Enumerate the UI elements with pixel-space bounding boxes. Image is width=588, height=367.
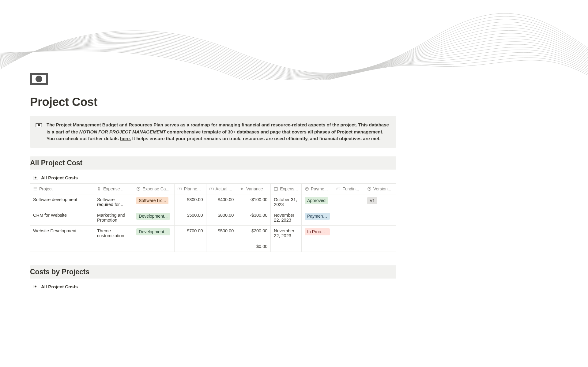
section-all-project-cost-header: All Project Cost bbox=[30, 156, 396, 170]
callout-text: The Project Management Budget and Resour… bbox=[47, 122, 391, 142]
col-header-planned[interactable]: Planne... bbox=[175, 183, 206, 194]
section-costs-by-projects-header: Costs by Projects bbox=[30, 265, 396, 279]
variance-sum: $0.00 bbox=[237, 241, 271, 252]
cell-payment[interactable]: Approved bbox=[302, 194, 333, 210]
db-view-name: All Project Costs bbox=[41, 175, 78, 180]
tag: Payment... bbox=[305, 213, 330, 220]
section-title: All Project Cost bbox=[30, 159, 396, 167]
cell-version[interactable] bbox=[364, 225, 397, 241]
page-icon-money[interactable] bbox=[30, 73, 48, 85]
cell-variance[interactable]: $200.00 bbox=[237, 225, 271, 241]
cell-version[interactable]: V1 bbox=[364, 194, 397, 210]
tag: Development... bbox=[136, 228, 170, 235]
col-header-expense-desc[interactable]: Expense ... bbox=[94, 183, 133, 194]
svg-point-10 bbox=[211, 188, 212, 189]
col-header-version[interactable]: Version... bbox=[364, 183, 397, 194]
svg-rect-13 bbox=[337, 188, 340, 190]
tag: In Process bbox=[305, 228, 330, 235]
link-here[interactable]: here. bbox=[120, 136, 131, 141]
money-icon bbox=[32, 175, 39, 180]
cell-planned[interactable]: $500.00 bbox=[175, 210, 206, 225]
cell-funding[interactable] bbox=[333, 210, 364, 225]
col-header-project[interactable]: Project bbox=[30, 183, 94, 194]
cell-funding[interactable] bbox=[333, 194, 364, 210]
cell-payment[interactable]: Payment... bbox=[302, 210, 333, 225]
tag: Software Lic... bbox=[136, 197, 168, 204]
cell-expense-desc[interactable]: Marketing and Promotion bbox=[94, 210, 133, 225]
cell-planned[interactable]: $700.00 bbox=[175, 225, 206, 241]
cell-expense-desc[interactable]: Theme customization bbox=[94, 225, 133, 241]
cell-variance[interactable]: -$300.00 bbox=[237, 210, 271, 225]
db-view-tab[interactable]: All Project Costs bbox=[30, 174, 78, 183]
svg-point-18 bbox=[35, 286, 36, 287]
svg-point-8 bbox=[179, 188, 181, 189]
col-header-actual[interactable]: Actual ... bbox=[206, 183, 237, 194]
cell-expense-desc[interactable]: Software required for... bbox=[94, 194, 133, 210]
table-row[interactable]: CRM for WebsiteMarketing and PromotionDe… bbox=[30, 210, 396, 225]
cell-actual[interactable]: $400.00 bbox=[206, 194, 237, 210]
cell-variance[interactable]: -$100.00 bbox=[237, 194, 271, 210]
table-row[interactable]: Website DevelopmentTheme customizationDe… bbox=[30, 225, 396, 241]
table-footer-row: $0.00 bbox=[30, 241, 396, 252]
money-icon bbox=[32, 284, 39, 289]
col-header-expense-cat[interactable]: Expense Ca... bbox=[133, 183, 175, 194]
project-cost-table: Project Expense ... Expense Ca... Planne… bbox=[30, 183, 396, 252]
db-view-tab[interactable]: All Project Costs bbox=[30, 283, 78, 292]
cell-expense-cat[interactable]: Development... bbox=[133, 210, 175, 225]
cell-project[interactable]: CRM for Website bbox=[30, 210, 94, 225]
cell-version[interactable] bbox=[364, 210, 397, 225]
col-header-expense-date[interactable]: Expens... bbox=[271, 183, 302, 194]
callout-block: The Project Management Budget and Resour… bbox=[30, 116, 396, 148]
svg-point-14 bbox=[337, 188, 338, 189]
section-title: Costs by Projects bbox=[30, 268, 396, 276]
cell-planned[interactable]: $300.00 bbox=[175, 194, 206, 210]
table-header-row: Project Expense ... Expense Ca... Planne… bbox=[30, 183, 396, 194]
cell-actual[interactable]: $800.00 bbox=[206, 210, 237, 225]
cell-actual[interactable]: $500.00 bbox=[206, 225, 237, 241]
tag: Development... bbox=[136, 213, 170, 220]
cell-funding[interactable] bbox=[333, 225, 364, 241]
svg-point-5 bbox=[35, 177, 36, 178]
db-view-name: All Project Costs bbox=[41, 284, 78, 289]
svg-point-2 bbox=[38, 124, 40, 126]
cell-date[interactable]: November 22, 2023 bbox=[271, 225, 302, 241]
col-header-variance[interactable]: Variance bbox=[237, 183, 271, 194]
table-row[interactable]: Software developmentSoftware required fo… bbox=[30, 194, 396, 210]
link-notion-pm[interactable]: NOTION FOR PROJECT MANAGEMENT bbox=[79, 129, 166, 134]
tag: Approved bbox=[305, 197, 328, 204]
cell-date[interactable]: October 31, 2023 bbox=[271, 194, 302, 210]
cell-date[interactable]: November 22, 2023 bbox=[271, 210, 302, 225]
cell-expense-cat[interactable]: Software Lic... bbox=[133, 194, 175, 210]
money-icon bbox=[36, 122, 42, 129]
col-header-funding[interactable]: Fundin... bbox=[333, 183, 364, 194]
col-header-payment[interactable]: Payme... bbox=[302, 183, 333, 194]
cell-payment[interactable]: In Process bbox=[302, 225, 333, 241]
svg-rect-11 bbox=[274, 187, 278, 190]
tag: V1 bbox=[367, 197, 377, 204]
cell-project[interactable]: Website Development bbox=[30, 225, 94, 241]
cell-expense-cat[interactable]: Development... bbox=[133, 225, 175, 241]
cell-project[interactable]: Software development bbox=[30, 194, 94, 210]
cover-image bbox=[0, 0, 588, 80]
page-title[interactable]: Project Cost bbox=[30, 95, 396, 109]
